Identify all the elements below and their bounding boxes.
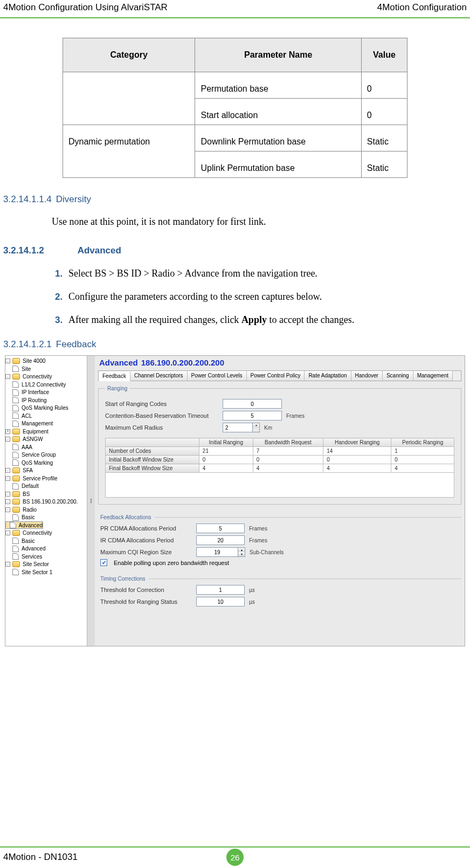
file-icon <box>12 553 19 560</box>
tab-power-control-policy[interactable]: Power Control Policy <box>247 371 305 381</box>
tree-item-label: Basic <box>22 538 34 544</box>
ranging-cell[interactable]: 21 <box>199 447 253 456</box>
tree-item[interactable]: QoS Marking Rules <box>5 404 87 412</box>
tab-rate-adaptation[interactable]: Rate Adaptation <box>305 371 351 381</box>
tree-item[interactable]: -BS <box>5 490 87 498</box>
tab-scanning[interactable]: Scanning <box>383 371 413 381</box>
ir-input[interactable] <box>196 535 245 545</box>
tree-toggle-icon[interactable]: - <box>5 562 10 567</box>
tree-item[interactable]: ACL <box>5 412 87 420</box>
ranging-cell[interactable]: 14 <box>323 447 391 456</box>
start-ranging-input[interactable] <box>223 399 282 409</box>
tree-item-label: Management <box>22 421 53 426</box>
table-row: Uplink Permutation base Static <box>63 151 407 178</box>
tree-toggle-icon[interactable]: - <box>5 492 10 497</box>
contention-input[interactable] <box>223 411 282 421</box>
ranging-cell[interactable]: 4 <box>323 464 391 473</box>
screenshot-panel: -Site 4000Site-ConnectivityL1/L2 Connect… <box>5 355 465 646</box>
thc-input[interactable] <box>196 585 245 595</box>
tree-item[interactable]: +Equipment <box>5 428 87 436</box>
cqi-input[interactable] <box>196 547 238 557</box>
tree-item[interactable]: -Service Profile <box>5 474 87 483</box>
tree-item[interactable]: Site Sector 1 <box>5 568 87 576</box>
tree-item[interactable]: -Radio <box>5 506 87 514</box>
feedback-alloc-group: Feedback Allocations PR CDMA Allocations… <box>98 511 461 566</box>
contention-unit: Frames <box>286 413 305 419</box>
tree-item-label: QoS Marking Rules <box>22 405 68 411</box>
folder-icon <box>12 476 20 481</box>
tree-item[interactable]: -ASNGW <box>5 435 87 443</box>
ranging-legend: Ranging <box>105 385 129 391</box>
ir-label: IR CDMA Allocations Period <box>100 537 192 543</box>
tree-toggle-icon[interactable]: - <box>5 476 10 481</box>
th-value: Value <box>361 38 407 72</box>
tree-item[interactable]: -Connectivity <box>5 373 87 381</box>
tree-item[interactable]: Default <box>5 482 87 490</box>
ranging-cell[interactable]: 0 <box>199 456 253 464</box>
tree-item[interactable]: Advanced <box>5 545 87 553</box>
ranging-cell[interactable]: 4 <box>199 464 253 473</box>
ranging-cell[interactable]: 7 <box>253 447 323 456</box>
timing-legend: Timing Corrections <box>100 576 146 582</box>
tree-item-label: BS 186.190.0.200.200. <box>23 499 78 505</box>
ranging-group: Ranging Start of Ranging Codes Contentio… <box>98 385 461 505</box>
step-item: After making all the required changes, c… <box>65 312 456 328</box>
spinner-icon[interactable]: ▴▾ <box>238 547 245 557</box>
diversity-body: Use none at this point, it is not mandat… <box>52 215 456 229</box>
ranging-cell[interactable]: 0 <box>391 456 454 464</box>
tree-item[interactable]: QoS Marking <box>5 459 87 467</box>
enable-polling-checkbox[interactable]: ✔ <box>100 559 107 566</box>
dropdown-icon[interactable]: ▾ <box>253 423 260 432</box>
tree-item[interactable]: -BS 186.190.0.200.200. <box>5 498 87 506</box>
tab-channel-descriptors[interactable]: Channel Descriptors <box>130 371 188 381</box>
tree-item[interactable]: IP Interface <box>5 388 87 396</box>
tree-toggle-icon[interactable]: - <box>5 374 10 379</box>
ranging-cell[interactable]: 1 <box>391 447 454 456</box>
tree-item[interactable]: -Site Sector <box>5 560 87 568</box>
file-icon <box>12 412 19 419</box>
tree-toggle-icon[interactable]: + <box>5 429 10 434</box>
ranging-cell[interactable]: 4 <box>253 464 323 473</box>
pr-input[interactable] <box>196 523 245 533</box>
tree-item[interactable]: -Connectivity <box>5 529 87 537</box>
tab-handover[interactable]: Handover <box>351 371 383 381</box>
tree-toggle-icon[interactable]: - <box>5 437 10 442</box>
tree-toggle-icon[interactable]: - <box>5 499 10 504</box>
th-category: Category <box>63 38 195 72</box>
ranging-cell[interactable]: 0 <box>323 456 391 464</box>
ranging-th: Periodic Ranging <box>391 438 454 447</box>
tree-toggle-icon[interactable]: - <box>5 507 10 512</box>
tree-item[interactable]: Basic <box>5 537 87 545</box>
tree-item[interactable]: AAA <box>5 443 87 451</box>
tab-feedback[interactable]: Feedback <box>99 371 130 381</box>
tree-item-label: SFA <box>23 467 33 473</box>
thr-input[interactable] <box>196 597 245 607</box>
tree-item[interactable]: -Site 4000 <box>5 357 87 365</box>
nav-tree[interactable]: -Site 4000Site-ConnectivityL1/L2 Connect… <box>5 356 87 646</box>
tab-management[interactable]: Management <box>413 371 453 381</box>
tree-item[interactable]: L1/L2 Connectivity <box>5 381 87 389</box>
tree-item[interactable]: Services <box>5 553 87 561</box>
ranging-cell[interactable]: 4 <box>391 464 454 473</box>
tree-toggle-icon[interactable]: - <box>5 359 10 363</box>
tree-item[interactable]: IP Routing <box>5 396 87 404</box>
contention-label: Contention-Based Reservation Timeout <box>105 412 218 419</box>
splitter-handle[interactable] <box>87 356 95 646</box>
ranging-th: Initial Ranging <box>199 438 253 447</box>
tab-power-control-levels[interactable]: Power Control Levels <box>188 371 247 381</box>
folder-icon <box>12 530 20 536</box>
tab-bar: FeedbackChannel DescriptorsPower Control… <box>98 370 461 381</box>
folder-icon <box>12 561 20 567</box>
tree-item[interactable]: Management <box>5 419 87 428</box>
tree-item[interactable]: Basic <box>5 513 87 521</box>
tree-item[interactable]: -SFA <box>5 466 87 474</box>
file-icon <box>12 389 19 396</box>
tree-item[interactable]: Advanced <box>5 521 43 529</box>
tree-item-label: Site Sector 1 <box>22 569 52 575</box>
tree-toggle-icon[interactable]: - <box>5 468 10 473</box>
ranging-cell[interactable]: 0 <box>253 456 323 464</box>
tree-item[interactable]: Service Group <box>5 451 87 459</box>
tree-item[interactable]: Site <box>5 365 87 373</box>
tree-toggle-icon[interactable]: - <box>5 531 10 535</box>
maxcell-select[interactable] <box>223 423 253 432</box>
